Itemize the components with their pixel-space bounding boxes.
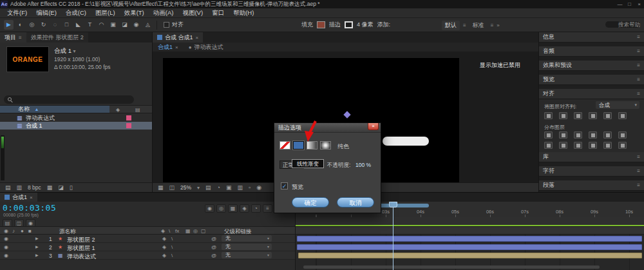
comp-name[interactable]: 合成 1 [54, 47, 71, 54]
panel-tab-character[interactable]: 字符 ≡ [539, 166, 644, 177]
grid-guides-icon[interactable]: ▤ [205, 184, 211, 191]
align-bottom-button[interactable] [618, 112, 627, 119]
workspace-default[interactable]: 默认 [442, 21, 460, 30]
stroke-width-value[interactable]: 4 像素 [357, 21, 374, 29]
clone-stamp-tool[interactable]: ▣ [108, 20, 118, 30]
quality-switch-icon[interactable]: ◈ [162, 244, 166, 250]
dialog-titlebar[interactable]: 描边选项 [274, 123, 381, 133]
align-top-button[interactable] [589, 112, 597, 119]
menu-layer[interactable]: 图层(L) [91, 8, 120, 17]
tab-project[interactable]: 项目 ≡ [0, 32, 26, 43]
panel-tab-info[interactable]: 信息 ≡ [539, 32, 644, 43]
sampling-switch-icon[interactable]: \ [171, 253, 173, 258]
align-center-horizontal-button[interactable] [559, 112, 567, 119]
menu-help[interactable]: 帮助(H) [229, 8, 258, 17]
new-folder-icon[interactable]: ▦ [47, 184, 53, 191]
fill-color-swatch[interactable] [317, 21, 325, 28]
roto-brush-tool[interactable]: ◉ [131, 20, 141, 30]
playhead-handle[interactable] [389, 202, 397, 207]
hide-shy-layers-icon[interactable]: ▦ [228, 204, 238, 213]
new-composition-icon[interactable]: ◪ [58, 184, 64, 191]
transparency-grid-icon[interactable]: ▥ [238, 184, 243, 191]
panel-menu-icon[interactable]: ≡ [637, 154, 640, 160]
panel-menu-icon[interactable]: ≡ [637, 63, 640, 68]
layer-row-bounce-expression[interactable]: ◉ ▶ 3 ▦ 弹动表达式 ◈ \ @ 无 ▾ [0, 251, 295, 260]
parent-dropdown[interactable]: 无 ▾ [222, 252, 272, 258]
shape-tool[interactable]: □ [62, 20, 71, 30]
project-item-bounce-expression[interactable]: ▦ 弹动表达式 [0, 114, 152, 122]
zoom-tool[interactable]: ◎ [27, 20, 37, 30]
twirl-icon[interactable]: ▶ [35, 244, 39, 250]
workspace-menu-icon[interactable]: ≡ [463, 23, 466, 28]
stroke-style-none-swatch[interactable] [279, 141, 290, 149]
panel-tab-libraries[interactable]: 库 ≡ [539, 152, 644, 162]
panel-tab-audio[interactable]: 音频 ≡ [539, 46, 644, 57]
comp-mini-flowchart-icon[interactable]: ◉ [205, 204, 214, 213]
motion-blur-icon[interactable]: ◔ [251, 204, 261, 213]
mask-visibility-icon[interactable]: ◔ [217, 184, 220, 191]
pickwhip-icon[interactable]: @ [211, 244, 216, 250]
frame-blending-icon[interactable]: ◈ [240, 204, 249, 213]
parent-dropdown[interactable]: 无 ▾ [222, 244, 272, 250]
region-of-interest-icon[interactable]: ▣ [226, 184, 232, 191]
menu-composition[interactable]: 合成(C) [61, 8, 91, 17]
distribute-bottom-button[interactable] [574, 131, 582, 139]
ok-button[interactable]: 确定 [292, 197, 329, 207]
distribute-vertical-center-button[interactable] [559, 131, 567, 139]
zoom-level[interactable]: 25% [180, 184, 191, 191]
panel-menu-icon[interactable]: ≡ [637, 91, 640, 97]
label-color-chip[interactable] [126, 123, 131, 128]
distribute-top-button[interactable] [544, 131, 553, 139]
label-color-chip[interactable] [126, 115, 131, 121]
type-column-icon[interactable]: ▤ [135, 107, 140, 113]
menu-effect[interactable]: 效果(T) [120, 8, 149, 17]
stroke-style-radial-gradient-swatch[interactable] [320, 141, 331, 149]
minimize-button[interactable]: — [615, 0, 625, 8]
preview-checkbox[interactable]: ✓ [281, 182, 288, 189]
timeline-horizontal-scrollbar[interactable] [303, 265, 600, 269]
opacity-value[interactable]: 100 % [355, 162, 371, 168]
diamond-shape[interactable] [343, 111, 350, 118]
twirl-icon[interactable]: ▶ [35, 236, 39, 242]
pickwhip-icon[interactable]: @ [211, 253, 216, 258]
camera-view-icon[interactable]: ▫ [249, 184, 251, 191]
panel-tab-preview[interactable]: 预览 ≡ [539, 75, 644, 85]
panel-menu-icon[interactable]: ≡ [637, 168, 640, 174]
text-tool[interactable]: T [85, 20, 95, 30]
name-column-header[interactable]: 名称 ▲ [0, 106, 109, 113]
panel-menu-icon[interactable]: ≡ [637, 48, 640, 54]
workspace-overflow[interactable]: » [497, 23, 499, 28]
help-search-input[interactable]: 搜索帮助 [605, 21, 640, 28]
quality-switch-icon[interactable]: ◈ [162, 236, 166, 242]
panel-tab-effects-presets[interactable]: 效果和预设 ≡ [539, 61, 644, 71]
selection-tool[interactable]: ▶ [4, 20, 14, 30]
menu-view[interactable]: 视图(V) [178, 8, 207, 17]
timeline-tab-comp1[interactable]: 合成1 × [0, 193, 37, 202]
twirl-icon[interactable]: ▶ [35, 253, 39, 258]
eye-icon[interactable]: ◉ [4, 253, 8, 258]
distribute-button[interactable] [544, 142, 553, 149]
add-label[interactable]: 添加: [377, 21, 391, 29]
panel-menu-icon[interactable]: ≡ [637, 182, 640, 188]
eye-icon[interactable]: ◉ [4, 236, 8, 242]
menu-edit[interactable]: 编辑(E) [32, 8, 61, 17]
graph-editor-icon[interactable]: ≡ [263, 204, 272, 213]
sampling-switch-icon[interactable]: \ [171, 244, 173, 250]
panel-menu-icon[interactable]: ≡ [19, 35, 22, 41]
layer-row-shape-layer-1[interactable]: ◉ ▶ 2 ★ 形状图层 1 ◈ \ @ 无 ▾ [0, 243, 295, 251]
current-timecode[interactable]: 0:00:03:05 [3, 203, 56, 213]
pan-behind-tool[interactable]: ◌ [50, 20, 60, 30]
distribute-button[interactable] [559, 142, 567, 149]
snap-toggle[interactable]: 对齐 [164, 21, 184, 29]
delete-icon[interactable]: ▯ [70, 184, 73, 191]
hand-tool[interactable]: ◐ [15, 20, 25, 30]
layer-duration-bar[interactable] [297, 244, 642, 250]
distribute-left-button[interactable] [589, 131, 597, 139]
layer-duration-bar[interactable] [298, 253, 642, 258]
close-icon[interactable]: × [30, 195, 33, 200]
align-left-button[interactable] [544, 112, 553, 119]
distribute-right-button[interactable] [618, 131, 627, 139]
close-icon[interactable]: × [175, 44, 178, 50]
draft-3d-icon[interactable]: ◎ [216, 204, 226, 213]
resolution-icon[interactable]: ◉ [256, 184, 261, 191]
